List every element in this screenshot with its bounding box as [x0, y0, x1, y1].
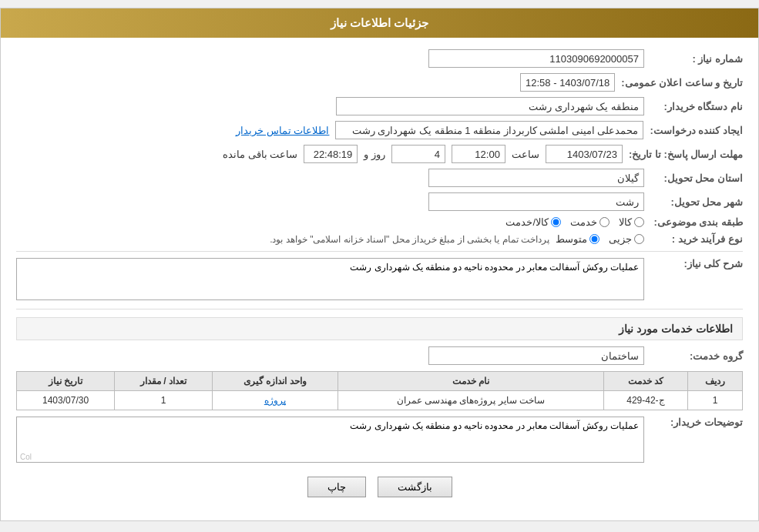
purchase-type-jozii-input[interactable]	[634, 234, 644, 244]
category-radio-both: کالا/خدمت	[505, 216, 561, 228]
general-desc-textarea[interactable]	[16, 258, 644, 300]
creator-row: ایجاد کننده درخواست: محمدعلی امینی املشی…	[16, 121, 743, 139]
purchase-type-jozii: جزیی	[609, 233, 644, 245]
purchase-type-note: پرداخت تمام یا بخشی از مبلغ خریداز محل "…	[270, 234, 549, 245]
deadline-row: مهلت ارسال پاسخ: تا تاریخ: 1403/07/23 سا…	[16, 145, 743, 163]
category-label: طبقه بندی موضوعی:	[650, 216, 743, 228]
watermark-text: Col	[20, 453, 32, 461]
col-date: تاریخ نیاز	[17, 372, 115, 391]
page-wrapper: جزئیات اطلاعات نیاز شماره نیاز : 1103090…	[0, 8, 759, 521]
deadline-days-label: روز و	[364, 149, 385, 160]
buyer-org-label: نام دستگاه خریدار:	[650, 101, 743, 112]
table-header: ردیف کد خدمت نام خدمت واحد اندازه گیری ت…	[17, 372, 743, 391]
need-number-row: شماره نیاز : 1103090692000057	[16, 49, 743, 68]
col-name: نام خدمت	[338, 372, 603, 391]
category-radio-kala: کالا	[619, 216, 644, 228]
service-group-label: گروه خدمت:	[650, 350, 743, 362]
category-radio-khadamat-input[interactable]	[599, 217, 610, 227]
city-label: شهر محل تحویل:	[650, 196, 743, 208]
cell-qty: 1	[115, 391, 213, 410]
services-table: ردیف کد خدمت نام خدمت واحد اندازه گیری ت…	[16, 371, 743, 410]
content-area: شماره نیاز : 1103090692000057 تاریخ و سا…	[1, 38, 758, 520]
city-row: شهر محل تحویل: رشت	[16, 192, 743, 211]
general-desc-row: شرح کلی نیاز:	[16, 258, 743, 303]
service-group-field: ساختمان	[428, 346, 644, 365]
divider-2	[16, 309, 743, 309]
deadline-remaining-label: ساعت باقی مانده	[223, 149, 297, 160]
col-code: کد خدمت	[603, 372, 687, 391]
buttons-row: بازگشت چاپ	[16, 477, 743, 509]
deadline-days-field: 4	[391, 145, 445, 163]
buyer-desc-textarea[interactable]	[16, 417, 644, 463]
category-radio-khadamat: خدمت	[570, 216, 610, 228]
back-button[interactable]: بازگشت	[378, 477, 452, 497]
need-number-field: 1103090692000057	[428, 49, 644, 68]
buyer-desc-label: توضیحات خریدار:	[650, 417, 743, 428]
cell-row: 1	[688, 391, 743, 410]
creator-field: محمدعلی امینی املشی کاربرداز منطقه 1 منط…	[335, 121, 643, 139]
general-desc-label: شرح کلی نیاز:	[650, 258, 743, 269]
category-radio-group: کالا خدمت کالا/خدمت	[505, 216, 644, 228]
purchase-type-label: نوع فرآیند خرید :	[650, 233, 743, 245]
deadline-remaining-field: 22:48:19	[304, 145, 358, 163]
col-row: ردیف	[688, 372, 743, 391]
print-button[interactable]: چاپ	[307, 477, 366, 497]
province-field: گیلان	[428, 169, 644, 187]
announce-date-label: تاریخ و ساعت اعلان عمومی:	[621, 77, 743, 89]
service-group-row: گروه خدمت: ساختمان	[16, 346, 743, 365]
purchase-type-mutawaset-input[interactable]	[589, 234, 599, 244]
general-desc-container	[16, 258, 644, 303]
deadline-date-field: 1403/07/23	[546, 145, 623, 163]
buyer-desc-row: توضیحات خریدار: Col	[16, 417, 743, 465]
creator-label: ایجاد کننده درخواست:	[650, 125, 743, 136]
buyer-org-row: نام دستگاه خریدار: منطقه یک شهرداری رشت	[16, 97, 743, 115]
announce-date-row: تاریخ و ساعت اعلان عمومی: 1403/07/18 - 1…	[16, 73, 743, 92]
cell-code: ج-42-429	[603, 391, 687, 410]
services-section-header: اطلاعات خدمات مورد نیاز	[16, 317, 743, 340]
category-radio-kala-input[interactable]	[634, 217, 644, 227]
purchase-type-radio-group: جزیی متوسط	[556, 233, 644, 245]
deadline-time-field: 12:00	[452, 145, 505, 163]
province-row: استان محل تحویل: گیلان	[16, 169, 743, 187]
city-field: رشت	[428, 192, 644, 211]
category-radio-both-input[interactable]	[551, 217, 561, 227]
deadline-time-label: ساعت	[512, 149, 539, 160]
cell-unit: پروژه	[213, 391, 338, 410]
divider-1	[16, 251, 743, 252]
col-unit: واحد اندازه گیری	[213, 372, 338, 391]
cell-name: ساخت سایر پروژه‌های مهندسی عمران	[338, 391, 603, 410]
buyer-desc-container: Col	[16, 417, 644, 465]
page-title: جزئیات اطلاعات نیاز	[331, 16, 428, 29]
deadline-label: مهلت ارسال پاسخ: تا تاریخ:	[629, 149, 743, 160]
services-title: اطلاعات خدمات مورد نیاز	[619, 323, 733, 335]
category-row: طبقه بندی موضوعی: کالا خدمت کالا/خدمت	[16, 216, 743, 228]
buyer-org-field: منطقه یک شهرداری رشت	[336, 97, 644, 115]
page-header: جزئیات اطلاعات نیاز	[1, 8, 758, 38]
purchase-type-mutawaset: متوسط	[556, 233, 599, 245]
contact-link[interactable]: اطلاعات تماس خریدار	[236, 125, 329, 136]
cell-date: 1403/07/30	[17, 391, 115, 410]
province-label: استان محل تحویل:	[650, 172, 743, 184]
table-row: 1 ج-42-429 ساخت سایر پروژه‌های مهندسی عم…	[17, 391, 743, 410]
announce-date-field: 1403/07/18 - 12:58	[520, 73, 615, 92]
table-body: 1 ج-42-429 ساخت سایر پروژه‌های مهندسی عم…	[17, 391, 743, 410]
need-number-label: شماره نیاز :	[650, 53, 743, 65]
purchase-type-row: نوع فرآیند خرید : جزیی متوسط پرداخت تمام…	[16, 233, 743, 245]
col-qty: تعداد / مقدار	[115, 372, 213, 391]
